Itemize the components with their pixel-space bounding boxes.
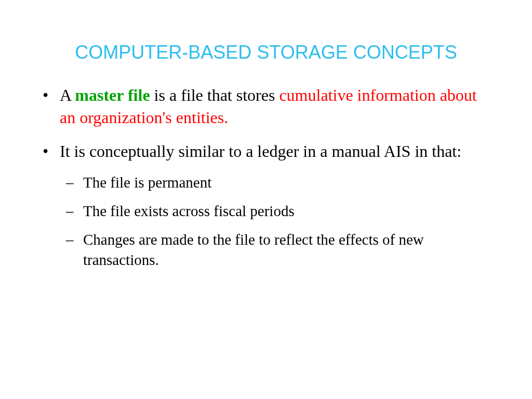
sub-item-1: The file is permanent xyxy=(60,172,496,193)
bullet2-text: It is conceptually similar to a ledger i… xyxy=(60,142,461,161)
bullet1-mid: is a file that stores xyxy=(150,86,280,104)
sub-bullet-list: The file is permanent The file exists ac… xyxy=(60,172,496,271)
bullet1-green-term: master file xyxy=(75,86,150,104)
bullet-item-2: It is conceptually similar to a ledger i… xyxy=(36,140,496,270)
sub-item-2: The file exists across fiscal periods xyxy=(60,201,496,221)
bullet-item-1: A master file is a file that stores cumu… xyxy=(36,84,496,129)
slide-title: COMPUTER-BASED STORAGE CONCEPTS xyxy=(36,42,496,63)
sub-item-3: Changes are made to the file to reflect … xyxy=(60,230,496,270)
bullet1-pre: A xyxy=(60,86,75,104)
main-bullet-list: A master file is a file that stores cumu… xyxy=(36,84,496,270)
